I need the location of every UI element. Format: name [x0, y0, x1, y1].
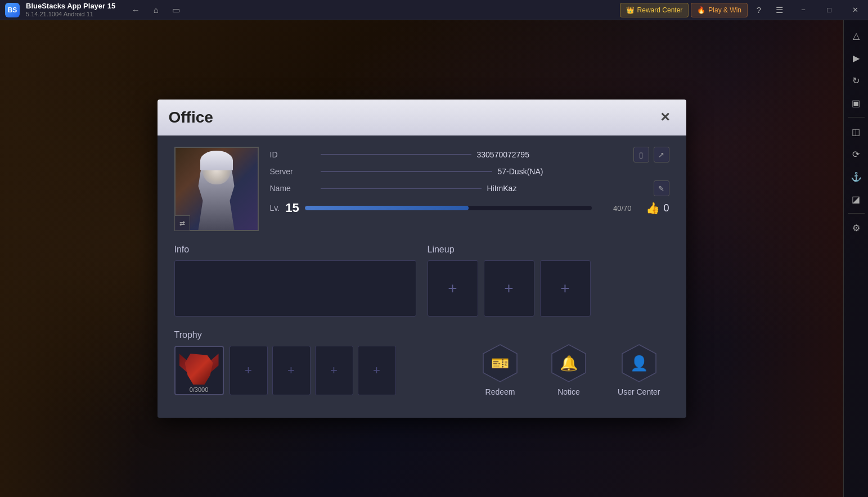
edit-name-button[interactable]: ✎	[654, 180, 669, 196]
name-value: HiImKaz	[487, 184, 648, 193]
bottom-section: Trophy 0/3000 +	[174, 330, 669, 401]
sidebar-item-multiinstance[interactable]: ◫	[845, 121, 867, 142]
app-version: 5.14.21.1004 Android 11	[26, 11, 115, 18]
titlebar: BS BlueStacks App Player 15 5.14.21.1004…	[0, 0, 868, 20]
info-textarea[interactable]	[174, 260, 416, 317]
avatar-container: ⇄	[174, 147, 259, 231]
name-label: Name	[270, 184, 315, 193]
sidebar-item-fullscreen[interactable]: △	[845, 25, 867, 46]
server-row: Server 57-Dusk(NA)	[270, 167, 669, 176]
user-center-button[interactable]: 👤 User Center	[609, 339, 669, 401]
trophy-add-slot-3[interactable]: +	[315, 346, 353, 395]
like-section: 👍 0	[646, 201, 669, 215]
profile-section: ⇄ ID 330570072795 ▯ ↗	[174, 147, 669, 231]
like-icon: 👍	[646, 201, 660, 215]
play-win-label: Play & Win	[708, 6, 741, 14]
reward-center-label: Reward Center	[637, 6, 683, 14]
id-label: ID	[270, 150, 315, 159]
redeem-icon-container: 🎫	[480, 344, 520, 383]
sidebar-divider-1	[848, 117, 865, 118]
sidebar-item-macro[interactable]: ⚓	[845, 166, 867, 187]
dialog-close-button[interactable]: ✕	[655, 107, 675, 128]
minimize-button[interactable]: −	[790, 0, 816, 20]
content-grid: Info Lineup + + +	[174, 245, 669, 317]
sidebar-item-rotate[interactable]: ↻	[845, 70, 867, 91]
reward-center-button[interactable]: 👑 Reward Center	[620, 3, 689, 17]
app-logo: BS	[2, 0, 23, 20]
exp-bar-container	[305, 206, 592, 210]
notice-icon-container: 🔔	[549, 344, 588, 383]
user-center-label: User Center	[618, 387, 660, 396]
exp-bar-fill	[305, 206, 469, 210]
level-row: Lv. 15 40/70 👍 0	[270, 201, 669, 215]
name-row: Name HiImKaz ✎	[270, 180, 669, 196]
info-section: Info	[174, 245, 416, 317]
redeem-label: Redeem	[485, 387, 515, 396]
trophy-add-slot-4[interactable]: +	[358, 346, 396, 395]
redeem-button[interactable]: 🎫 Redeem	[471, 339, 529, 401]
share-id-button[interactable]: ↗	[654, 147, 669, 162]
modal-overlay: Office ✕ ⇄ ID	[0, 20, 843, 497]
redeem-icon: 🎫	[491, 355, 509, 372]
sidebar-item-settings[interactable]: ⚙	[845, 217, 867, 238]
id-bar	[321, 154, 471, 155]
lineup-slot-1[interactable]: +	[428, 260, 478, 317]
sidebar-item-screenshot[interactable]: ▣	[845, 92, 867, 114]
sidebar-divider-2	[848, 213, 865, 214]
trophy-content: 0/3000 + + + +	[174, 346, 472, 395]
app-title: BlueStacks App Player 15 5.14.21.1004 An…	[26, 2, 115, 18]
sidebar-item-volume[interactable]: ▶	[845, 47, 867, 69]
user-center-icon: 👤	[630, 355, 648, 372]
home-button[interactable]: ⌂	[147, 2, 165, 18]
trophy-section-label: Trophy	[174, 330, 472, 340]
server-label: Server	[270, 167, 315, 176]
office-dialog: Office ✕ ⇄ ID	[158, 100, 686, 418]
trophy-slots: + + + +	[230, 346, 396, 395]
dialog-title: Office	[169, 109, 213, 126]
lineup-slot-2[interactable]: +	[484, 260, 534, 317]
maximize-button[interactable]: □	[816, 0, 842, 20]
flame-icon: 🔥	[697, 6, 705, 14]
trophy-add-slot-2[interactable]: +	[272, 346, 311, 395]
notice-icon: 🔔	[560, 355, 578, 372]
exp-display: 40/70	[597, 204, 631, 213]
avatar-edit-button[interactable]: ⇄	[174, 215, 190, 231]
id-row: ID 330570072795 ▯ ↗	[270, 147, 669, 162]
lineup-grid: + + +	[428, 260, 669, 317]
copy-id-button[interactable]: ▯	[633, 147, 649, 162]
trophy-add-slot-1[interactable]: +	[230, 346, 268, 395]
menu-button[interactable]: ☰	[770, 2, 788, 18]
server-bar	[321, 171, 492, 172]
nav-buttons: ← ⌂ ▭	[127, 2, 185, 18]
back-button[interactable]: ←	[127, 2, 145, 18]
trophy-dragon-icon	[179, 351, 219, 390]
lineup-slot-3[interactable]: +	[540, 260, 591, 317]
info-section-label: Info	[174, 245, 416, 255]
sidebar-item-sync[interactable]: ⟳	[845, 143, 867, 165]
level-prefix: Lv.	[270, 204, 280, 213]
play-win-button[interactable]: 🔥 Play & Win	[691, 3, 748, 17]
sidebar-item-tv[interactable]: ◪	[845, 188, 867, 210]
lineup-section: Lineup + + +	[428, 245, 669, 317]
user-center-icon-container: 👤	[619, 344, 659, 383]
copy-button[interactable]: ▭	[167, 2, 185, 18]
profile-info: ID 330570072795 ▯ ↗ Server 57-Dusk(NA)	[270, 147, 669, 231]
crown-icon: 👑	[626, 6, 635, 14]
action-buttons: 🎫 Redeem 🔔 Notice	[471, 339, 669, 401]
notice-label: Notice	[557, 387, 580, 396]
dialog-header: Office ✕	[158, 100, 686, 135]
id-actions: ▯ ↗	[633, 147, 669, 162]
bluestacks-icon: BS	[5, 3, 20, 17]
name-bar	[321, 188, 482, 189]
notice-button[interactable]: 🔔 Notice	[540, 339, 597, 401]
level-number: 15	[285, 201, 299, 215]
close-button[interactable]: ✕	[842, 0, 868, 20]
trophy-main-slot[interactable]: 0/3000	[174, 346, 224, 395]
help-button[interactable]: ?	[750, 2, 768, 18]
like-count: 0	[663, 202, 669, 214]
trophy-section: Trophy 0/3000 +	[174, 330, 472, 395]
titlebar-right: 👑 Reward Center 🔥 Play & Win ? ☰ − □ ✕	[620, 0, 868, 20]
right-sidebar: △ ▶ ↻ ▣ ◫ ⟳ ⚓ ◪ ⚙	[843, 20, 868, 497]
id-value: 330570072795	[477, 150, 628, 159]
dialog-body: ⇄ ID 330570072795 ▯ ↗	[158, 135, 686, 418]
